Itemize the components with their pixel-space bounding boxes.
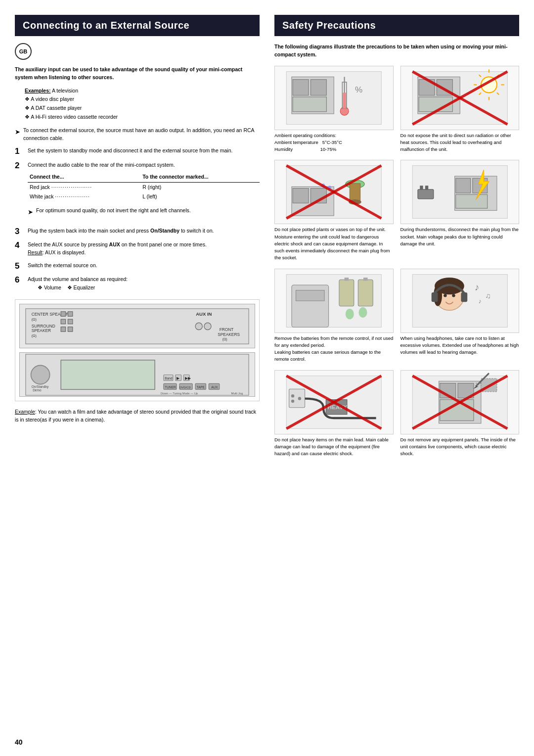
note2-text: For optimum sound quality, do not invert…: [36, 207, 191, 215]
connect-cell-right: R (right): [140, 182, 260, 192]
right-column: Safety Precautions The following diagram…: [274, 15, 519, 741]
svg-rect-43: [293, 96, 326, 111]
connect-row-1: Red jack ····················· R (right): [28, 182, 260, 192]
svg-text:AUX: AUX: [211, 385, 218, 388]
step-6-content: Adjust the volume and balance as require…: [28, 276, 260, 292]
svg-text:Demo: Demo: [33, 388, 42, 391]
step-6-subs: ❖ Volume ❖ Equalizer: [38, 284, 260, 292]
connect-row-2: White jack ·················· L (left): [28, 192, 260, 202]
gb-badge: GB: [15, 43, 32, 60]
safety-desc-panels: Do not remove any equipment panels. The …: [400, 436, 520, 458]
svg-text:▶: ▶: [177, 376, 180, 380]
svg-point-99: [452, 294, 455, 297]
batteries-svg: [275, 269, 393, 332]
thunder-svg: [401, 160, 519, 224]
step-2-text: Connect the audio cable to the rear of t…: [28, 162, 175, 168]
svg-point-109: [298, 397, 301, 400]
example-label: Example: [15, 409, 35, 415]
step-1-content: Set the system to standby mode and disco…: [28, 147, 260, 156]
svg-text:▶▶: ▶▶: [185, 376, 191, 380]
svg-rect-80: [455, 195, 487, 209]
svg-rect-106: [289, 389, 305, 407]
step-3: 3 Plug the system back into the main soc…: [15, 227, 260, 236]
example-tv: A television: [52, 88, 78, 94]
svg-rect-82: [420, 186, 423, 190]
plants-svg: [275, 160, 393, 224]
svg-text:(Ω): (Ω): [222, 337, 227, 341]
safety-item-thunder: During thunderstorms, disconnect the mai…: [400, 160, 520, 261]
sub-equalizer: ❖ Equalizer: [67, 284, 95, 290]
svg-text:SPEAKER: SPEAKER: [32, 328, 51, 333]
svg-rect-7: [68, 311, 73, 316]
svg-text:AUX IN: AUX IN: [196, 311, 212, 317]
svg-text:♫: ♫: [485, 291, 490, 299]
right-section-title: Safety Precautions: [274, 15, 519, 36]
step-2-num: 2: [15, 161, 23, 222]
ambient-svg: %: [275, 66, 393, 130]
sun-svg: [401, 66, 519, 130]
safety-img-panels: [400, 370, 520, 434]
svg-point-13: [195, 323, 202, 330]
diagram-rear-panel: CENTER SPEAKER (Ω) SURROUND SPEAKER (Ω): [19, 304, 255, 348]
svg-point-107: [291, 394, 294, 397]
svg-text:TAPE: TAPE: [196, 385, 205, 388]
safety-img-ambient: %: [274, 66, 394, 130]
svg-text:%: %: [355, 85, 362, 94]
svg-rect-47: [343, 93, 346, 108]
safety-item-cable: HEAVY Do not place heavy items on the ma…: [274, 370, 394, 458]
safety-item-batteries: Remove the batteries from the remote con…: [274, 269, 394, 363]
svg-rect-6: [61, 311, 66, 316]
svg-rect-81: [417, 189, 433, 199]
safety-item-panels: Do not remove any equipment panels. The …: [400, 370, 520, 458]
connect-cell-white: White jack ··················: [28, 192, 140, 202]
step-4-content: Select the AUX source by pressing AUX on…: [28, 241, 260, 257]
safety-desc-headphones: When using headphones, take care not to …: [400, 335, 520, 356]
step-6-num: 6: [15, 276, 23, 292]
svg-rect-10: [61, 327, 66, 331]
svg-rect-42: [311, 79, 326, 95]
arrow-icon: ➤: [15, 127, 20, 137]
safety-intro: The following diagrams illustrate the pr…: [274, 43, 519, 59]
connect-col2: To the connector marked...: [140, 172, 260, 182]
diagram-front-panel: On/Standby Demo TUNER DVD/CD TAPE AUX: [19, 352, 255, 397]
svg-text:♪: ♪: [478, 297, 481, 305]
svg-point-19: [31, 365, 50, 384]
svg-point-93: [358, 307, 367, 317]
safety-desc-batteries: Remove the batteries from the remote con…: [274, 335, 394, 363]
step-2-content: Connect the audio cable to the rear of t…: [28, 161, 260, 222]
safety-item-ambient: % Ambient operating conditions: Ambient …: [274, 66, 394, 153]
svg-text:Multi Jog: Multi Jog: [231, 391, 243, 394]
note2: ➤ For optimum sound quality, do not inve…: [28, 207, 260, 217]
safety-desc-cable: Do not place heavy items on the main lea…: [274, 436, 394, 458]
svg-point-14: [204, 323, 211, 330]
svg-text:(Ω): (Ω): [32, 317, 37, 321]
step-1-num: 1: [15, 147, 23, 156]
svg-rect-87: [296, 290, 324, 300]
safety-img-thunder: [400, 160, 520, 224]
example-dat: ❖ A DAT cassette player: [25, 105, 82, 111]
step-1-text: Set the system to standby mode and disco…: [28, 147, 232, 153]
svg-rect-91: [363, 278, 368, 281]
safety-img-plants: [274, 160, 394, 224]
step-4-bold: AUX: [109, 241, 120, 247]
svg-rect-90: [358, 280, 373, 306]
left-section-title: Connecting to an External Source: [15, 15, 260, 36]
safety-desc-ambient: Ambient operating conditions: Ambient te…: [274, 132, 394, 153]
svg-text:♪: ♪: [475, 282, 480, 292]
step-3-num: 3: [15, 227, 23, 236]
safety-img-sun: [400, 66, 520, 130]
svg-text:Band: Band: [165, 377, 173, 380]
svg-text:(Ω): (Ω): [32, 333, 37, 337]
step-4-num: 4: [15, 241, 23, 257]
panels-svg: [401, 371, 519, 434]
front-panel-svg: On/Standby Demo TUNER DVD/CD TAPE AUX: [20, 352, 255, 397]
svg-point-92: [346, 309, 354, 319]
safety-img-cable: HEAVY: [274, 370, 394, 434]
safety-desc-thunder: During thunderstorms, disconnect the mai…: [400, 226, 520, 247]
safety-img-batteries: [274, 269, 394, 333]
svg-rect-8: [61, 319, 66, 324]
arrow-icon-2: ➤: [28, 207, 33, 217]
svg-text:SPEAKERS: SPEAKERS: [218, 331, 240, 336]
svg-rect-70: [350, 184, 360, 202]
connect-col1: Connect the...: [28, 172, 140, 182]
